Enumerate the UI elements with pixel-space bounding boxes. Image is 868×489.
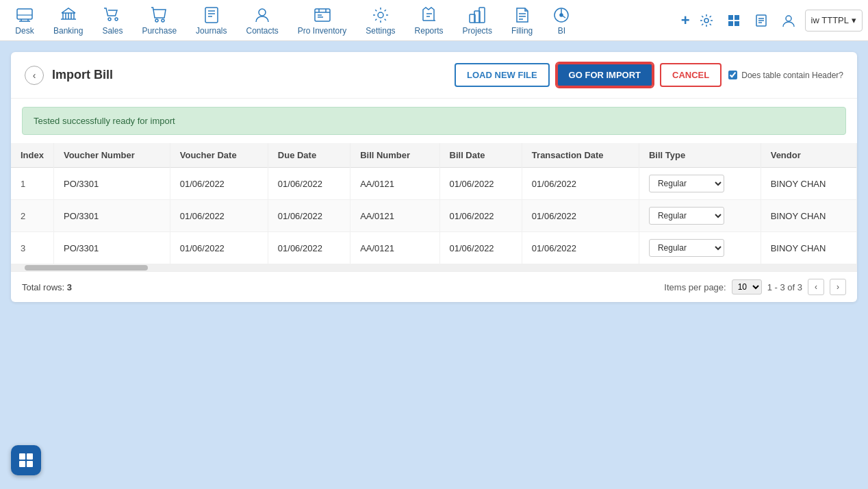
go-for-import-button[interactable]: GO FOR IMPORT	[557, 63, 653, 87]
svg-point-2	[115, 18, 118, 21]
settings-gear-button[interactable]	[695, 10, 717, 32]
pro-inventory-icon	[313, 5, 332, 25]
reports-icon	[420, 5, 439, 25]
nav-item-pro-inventory[interactable]: Pro Inventory	[288, 0, 356, 41]
desk-icon	[15, 5, 34, 25]
col-index: Index	[11, 143, 53, 168]
user-menu[interactable]: iw TTTPL ▾	[805, 10, 863, 32]
total-rows-area: Total rows: 3	[22, 282, 72, 292]
document-button[interactable]	[750, 10, 772, 32]
top-navigation: Desk Banking Sales Purchase	[0, 0, 868, 41]
col-vendor: Vendor	[761, 143, 856, 168]
items-per-page-label: Items per page:	[664, 282, 726, 292]
col-bill-number: Bill Number	[350, 143, 439, 168]
nav-item-bi[interactable]: BI	[542, 0, 580, 41]
contacts-icon	[253, 5, 272, 25]
nav-item-settings[interactable]: Settings	[356, 0, 405, 41]
cell-bill-date: 01/06/2022	[439, 232, 522, 264]
header-checkbox-area: Does table contain Header?	[728, 71, 843, 80]
bill-type-select[interactable]: Regular Credit Note Debit Note	[649, 239, 724, 257]
projects-icon	[468, 5, 487, 25]
cell-vendor: BINOY CHAN	[761, 200, 856, 232]
scrollbar-thumb	[25, 265, 148, 271]
nav-item-reports[interactable]: Reports	[405, 0, 453, 41]
import-bill-card: ‹ Import Bill LOAD NEW FILE GO FOR IMPOR…	[11, 52, 857, 302]
svg-rect-22	[27, 453, 33, 460]
projects-label: Projects	[463, 26, 492, 36]
cell-bill-type[interactable]: Regular Credit Note Debit Note	[639, 200, 761, 232]
cell-bill-number: AA/0121	[350, 168, 439, 200]
table-header: Index Voucher Number Voucher Date Due Da…	[11, 143, 857, 168]
next-page-button[interactable]: ›	[830, 279, 846, 295]
import-table: Index Voucher Number Voucher Date Due Da…	[11, 143, 857, 264]
cell-transaction-date: 01/06/2022	[522, 168, 639, 200]
purchase-icon	[150, 5, 169, 25]
back-button[interactable]: ‹	[25, 66, 44, 85]
cell-bill-date: 01/06/2022	[439, 168, 522, 200]
svg-point-3	[155, 19, 158, 22]
cell-voucher-number: PO/3301	[53, 168, 170, 200]
sales-label: Sales	[102, 26, 123, 36]
contacts-label: Contacts	[246, 26, 278, 36]
bill-type-select[interactable]: Regular Credit Note Debit Note	[649, 175, 724, 192]
nav-right-area: + iw TTTPL ▾	[681, 10, 863, 32]
table-body: 1 PO/3301 01/06/2022 01/06/2022 AA/0121 …	[11, 168, 857, 264]
cell-index: 1	[11, 168, 53, 200]
nav-item-banking[interactable]: Banking	[44, 0, 92, 41]
nav-items-container: Desk Banking Sales Purchase	[5, 0, 681, 41]
header-actions: LOAD NEW FILE GO FOR IMPORT CANCEL Does …	[455, 63, 843, 87]
svg-point-13	[560, 14, 563, 16]
table-row: 1 PO/3301 01/06/2022 01/06/2022 AA/0121 …	[11, 168, 857, 200]
banking-icon	[59, 5, 78, 25]
svg-point-20	[786, 16, 791, 21]
cell-bill-type[interactable]: Regular Credit Note Debit Note	[639, 168, 761, 200]
cell-voucher-date: 01/06/2022	[170, 200, 268, 232]
cell-voucher-date: 01/06/2022	[170, 168, 268, 200]
sales-icon	[103, 5, 122, 25]
nav-item-journals[interactable]: Journals	[186, 0, 236, 41]
table-row: 3 PO/3301 01/06/2022 01/06/2022 AA/0121 …	[11, 232, 857, 264]
nav-item-purchase[interactable]: Purchase	[132, 0, 186, 41]
nav-item-projects[interactable]: Projects	[453, 0, 502, 41]
table-header-checkbox[interactable]	[728, 71, 737, 79]
grid-view-button[interactable]	[723, 10, 745, 32]
floating-menu-button[interactable]	[11, 445, 41, 475]
page-title: Import Bill	[52, 68, 446, 82]
load-new-file-button[interactable]: LOAD NEW FILE	[455, 63, 550, 87]
nav-item-sales[interactable]: Sales	[92, 0, 132, 41]
cell-due-date: 01/06/2022	[268, 168, 350, 200]
add-button[interactable]: +	[681, 12, 690, 29]
cancel-button[interactable]: CANCEL	[660, 63, 722, 87]
cell-bill-number: AA/0121	[350, 200, 439, 232]
pagination: Items per page: 10 25 50 1 - 3 of 3 ‹ ›	[664, 279, 846, 295]
horizontal-scrollbar[interactable]	[11, 264, 857, 271]
page-info: 1 - 3 of 3	[767, 282, 802, 292]
table-row: 2 PO/3301 01/06/2022 01/06/2022 AA/0121 …	[11, 200, 857, 232]
bill-type-select[interactable]: Regular Credit Note Debit Note	[649, 207, 724, 225]
banking-label: Banking	[53, 26, 83, 36]
total-rows-label: Total rows:	[22, 282, 64, 292]
items-per-page-select[interactable]: 10 25 50	[732, 279, 762, 294]
col-voucher-number: Voucher Number	[53, 143, 170, 168]
purchase-label: Purchase	[142, 26, 177, 36]
col-voucher-date: Voucher Date	[170, 143, 268, 168]
cell-voucher-number: PO/3301	[53, 232, 170, 264]
cell-vendor: BINOY CHAN	[761, 232, 856, 264]
data-table-wrapper: Index Voucher Number Voucher Date Due Da…	[11, 143, 857, 264]
cell-index: 3	[11, 232, 53, 264]
nav-item-desk[interactable]: Desk	[5, 0, 44, 41]
svg-point-1	[108, 18, 111, 21]
cell-transaction-date: 01/06/2022	[522, 200, 639, 232]
filling-label: Filling	[511, 26, 533, 36]
desk-label: Desk	[15, 26, 34, 36]
cell-bill-date: 01/06/2022	[439, 200, 522, 232]
cell-bill-type[interactable]: Regular Credit Note Debit Note	[639, 232, 761, 264]
card-header: ‹ Import Bill LOAD NEW FILE GO FOR IMPOR…	[11, 52, 857, 99]
nav-item-filling[interactable]: Filling	[502, 0, 542, 41]
col-due-date: Due Date	[268, 143, 350, 168]
chevron-down-icon: ▾	[852, 15, 856, 25]
avatar[interactable]	[778, 10, 800, 32]
svg-rect-7	[315, 9, 330, 21]
nav-item-contacts[interactable]: Contacts	[236, 0, 288, 41]
prev-page-button[interactable]: ‹	[808, 279, 824, 295]
